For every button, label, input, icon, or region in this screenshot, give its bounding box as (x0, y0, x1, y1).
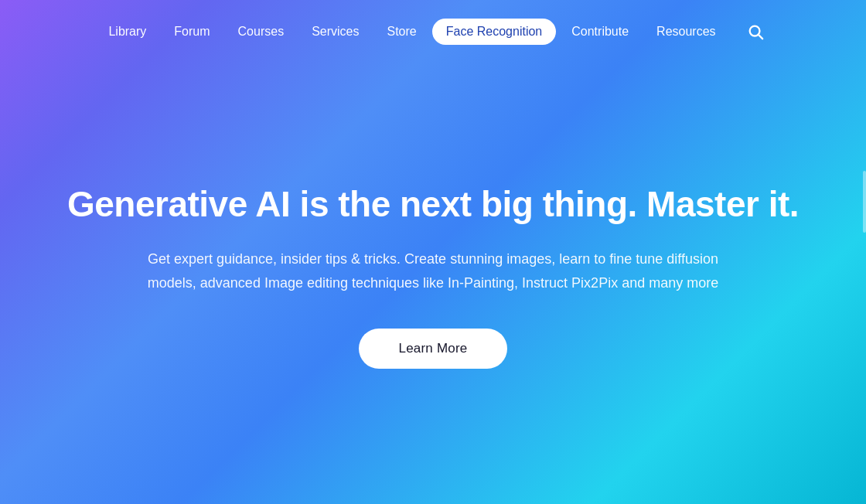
nav-link-resources[interactable]: Resources (644, 19, 728, 45)
nav-link-services[interactable]: Services (299, 19, 371, 45)
hero-section: Library Forum Courses Services Store Fac… (0, 0, 866, 504)
hero-content: Generative AI is the next big thing. Mas… (5, 48, 861, 504)
nav-link-store[interactable]: Store (375, 19, 429, 45)
nav-links: Library Forum Courses Services Store Fac… (96, 19, 728, 45)
nav-link-courses[interactable]: Courses (226, 19, 297, 45)
side-decoration (863, 171, 866, 233)
search-icon (747, 23, 764, 40)
nav-link-forum[interactable]: Forum (162, 19, 222, 45)
learn-more-button[interactable]: Learn More (359, 329, 508, 369)
nav-link-library[interactable]: Library (96, 19, 159, 45)
search-button[interactable] (741, 17, 770, 46)
nav-link-contribute[interactable]: Contribute (559, 19, 641, 45)
nav-link-face-recognition[interactable]: Face Recognition (432, 19, 557, 45)
hero-subtitle: Get expert guidance, insider tips & tric… (131, 247, 735, 295)
hero-title: Generative AI is the next big thing. Mas… (67, 183, 799, 226)
svg-line-1 (759, 35, 762, 39)
